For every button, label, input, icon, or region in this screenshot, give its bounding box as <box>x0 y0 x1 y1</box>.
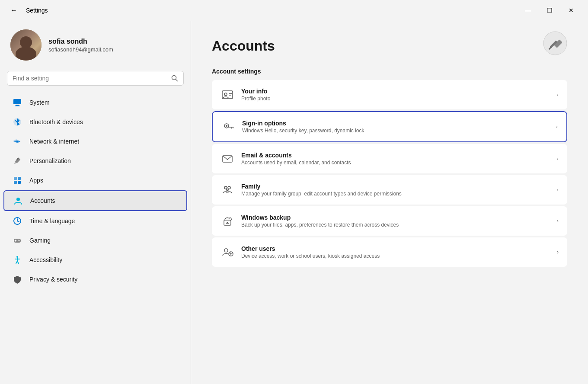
person-card-icon <box>220 88 234 102</box>
network-icon <box>12 136 22 147</box>
sidebar-label-network: Network & internet <box>29 138 79 145</box>
section-title: Account settings <box>212 68 567 75</box>
content-area: Accounts Account settings Your info Prof… <box>191 21 588 384</box>
apps-icon <box>12 175 22 186</box>
svg-line-15 <box>17 221 19 222</box>
user-name: sofia sondh <box>48 38 180 45</box>
svg-point-43 <box>224 249 228 252</box>
svg-rect-8 <box>14 177 17 180</box>
sidebar-label-system: System <box>29 99 50 106</box>
svg-rect-2 <box>13 99 21 104</box>
settings-item-email-text: Email & accounts Accounts used by email,… <box>241 152 550 166</box>
clock-icon <box>12 216 22 226</box>
svg-point-31 <box>224 93 227 96</box>
settings-item-signin-text: Sign-in options Windows Hello, security … <box>242 120 549 134</box>
chevron-right-icon: › <box>557 92 559 98</box>
app-title: Settings <box>26 7 48 14</box>
svg-rect-10 <box>14 181 17 184</box>
sidebar-item-privacy[interactable]: Privacy & security <box>3 270 187 289</box>
sidebar-item-accessibility[interactable]: Accessibility <box>3 250 187 269</box>
settings-item-email[interactable]: Email & accounts Accounts used by email,… <box>212 144 567 173</box>
close-button[interactable]: ✕ <box>561 3 581 17</box>
family-icon <box>220 183 234 197</box>
search-box[interactable] <box>7 71 184 86</box>
search-input[interactable] <box>13 75 168 82</box>
sidebar-label-bluetooth: Bluetooth & devices <box>29 118 83 125</box>
settings-card-other-users: Other users Device access, work or schoo… <box>212 237 567 267</box>
main-layout: sofia sondh sofiasondh94@gmail.com <box>0 21 588 384</box>
settings-card-your-info: Your info Profile photo › <box>212 80 567 109</box>
sidebar-item-system[interactable]: System <box>3 93 187 112</box>
sidebar-label-time: Time & language <box>29 218 75 224</box>
maximize-button[interactable]: ❐ <box>540 3 559 17</box>
sidebar: sofia sondh sofiasondh94@gmail.com <box>0 21 191 384</box>
sidebar-item-gaming[interactable]: Gaming <box>3 231 187 250</box>
email-title: Email & accounts <box>241 152 550 159</box>
svg-point-35 <box>226 125 227 127</box>
chevron-right-icon: › <box>557 187 559 193</box>
user-info: sofia sondh sofiasondh94@gmail.com <box>48 38 180 53</box>
monitor-icon <box>12 97 22 108</box>
svg-rect-3 <box>16 105 19 106</box>
settings-item-family-text: Family Manage your family group, edit ac… <box>241 183 550 197</box>
chevron-right-icon: › <box>557 156 559 162</box>
sidebar-item-bluetooth[interactable]: Bluetooth & devices <box>3 112 187 131</box>
hammer-icon <box>543 31 567 55</box>
key-icon <box>221 120 235 134</box>
settings-item-your-info[interactable]: Your info Profile photo › <box>212 80 567 109</box>
settings-item-other-users[interactable]: Other users Device access, work or schoo… <box>212 237 567 267</box>
sidebar-item-apps[interactable]: Apps <box>3 171 187 190</box>
chevron-right-icon: › <box>557 249 559 255</box>
chevron-right-icon: › <box>557 218 559 224</box>
settings-item-backup-text: Windows backup Back up your files, apps,… <box>241 214 550 228</box>
svg-line-25 <box>17 261 19 263</box>
envelope-icon <box>220 152 234 166</box>
settings-card-email: Email & accounts Accounts used by email,… <box>212 144 567 173</box>
backup-title: Windows backup <box>241 214 550 221</box>
minimize-button[interactable]: — <box>518 3 538 17</box>
svg-point-40 <box>224 186 227 189</box>
accessibility-icon <box>12 255 22 265</box>
other-users-subtitle: Device access, work or school users, kio… <box>241 253 550 259</box>
window-controls: — ❐ ✕ <box>518 3 581 17</box>
settings-card-signin: Sign-in options Windows Hello, security … <box>212 111 567 142</box>
sidebar-label-privacy: Privacy & security <box>29 276 77 283</box>
shield-icon <box>12 274 22 285</box>
settings-item-your-info-text: Your info Profile photo <box>241 88 550 102</box>
sidebar-item-time[interactable]: Time & language <box>3 211 187 230</box>
settings-item-other-users-text: Other users Device access, work or schoo… <box>241 245 550 259</box>
sidebar-item-accounts[interactable]: Accounts <box>3 190 187 211</box>
title-bar: ← Settings — ❐ ✕ <box>0 0 588 21</box>
svg-point-19 <box>18 240 19 241</box>
brush-icon <box>12 156 22 166</box>
svg-line-1 <box>176 80 178 81</box>
svg-point-20 <box>19 240 20 241</box>
avatar <box>10 29 42 61</box>
backup-subtitle: Back up your files, apps, preferences to… <box>241 222 550 228</box>
svg-rect-4 <box>15 106 20 106</box>
settings-item-family[interactable]: Family Manage your family group, edit ac… <box>212 175 567 205</box>
signin-subtitle: Windows Hello, security key, password, d… <box>242 128 549 134</box>
backup-icon <box>220 214 234 228</box>
your-info-subtitle: Profile photo <box>241 96 550 102</box>
svg-point-12 <box>16 198 20 201</box>
family-subtitle: Manage your family group, edit account t… <box>241 191 550 197</box>
user-profile[interactable]: sofia sondh sofiasondh94@gmail.com <box>0 21 191 71</box>
svg-rect-9 <box>18 177 21 180</box>
settings-item-backup[interactable]: Windows backup Back up your files, apps,… <box>212 206 567 236</box>
svg-rect-11 <box>18 181 21 184</box>
back-button[interactable]: ← <box>7 3 21 17</box>
settings-card-family: Family Manage your family group, edit ac… <box>212 175 567 205</box>
person-add-icon <box>220 245 234 259</box>
bluetooth-icon <box>12 117 22 127</box>
settings-card-backup: Windows backup Back up your files, apps,… <box>212 206 567 236</box>
settings-item-signin[interactable]: Sign-in options Windows Hello, security … <box>212 111 567 142</box>
sidebar-item-network[interactable]: Network & internet <box>3 132 187 151</box>
sidebar-item-personalization[interactable]: Personalization <box>3 151 187 170</box>
user-email: sofiasondh94@gmail.com <box>48 46 180 53</box>
person-icon <box>13 195 23 206</box>
nav-menu: System Bluetooth & devices <box>0 93 191 289</box>
gamepad-icon <box>12 235 22 246</box>
sidebar-label-accessibility: Accessibility <box>29 256 62 263</box>
email-subtitle: Accounts used by email, calendar, and co… <box>241 160 550 166</box>
